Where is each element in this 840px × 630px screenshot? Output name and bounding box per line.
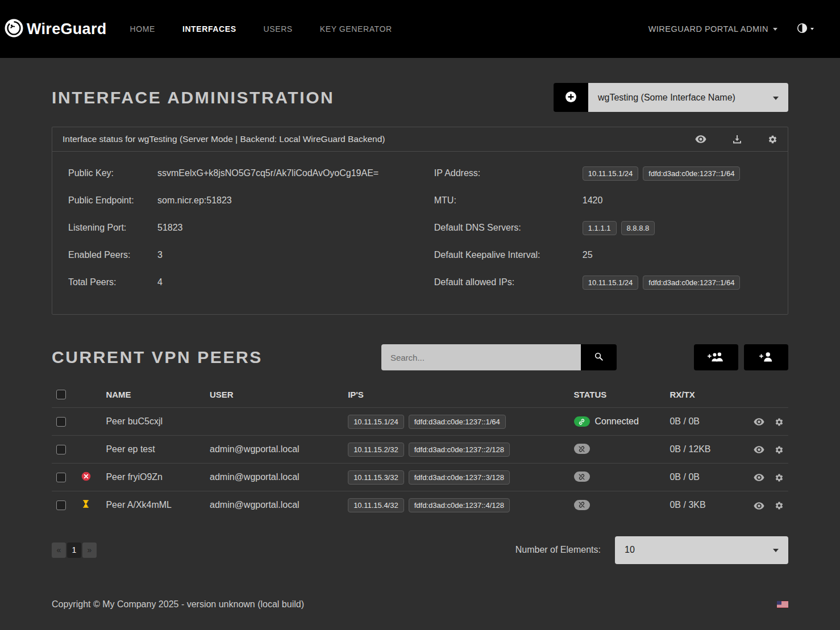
peer-rxtx: 0B / 0B bbox=[665, 408, 741, 436]
eye-icon[interactable] bbox=[754, 474, 764, 481]
peer-user bbox=[205, 408, 343, 436]
eye-icon[interactable] bbox=[754, 446, 764, 453]
gear-icon[interactable] bbox=[775, 418, 784, 427]
gear-icon[interactable] bbox=[775, 445, 784, 454]
table-footer: « 1 » Number of Elements: 10 bbox=[52, 536, 788, 564]
status-label: Connected bbox=[595, 416, 639, 427]
pagination-current-page[interactable]: 1 bbox=[67, 543, 81, 558]
peer-rxtx: 0B / 0B bbox=[665, 464, 741, 491]
pagination: « 1 » bbox=[52, 543, 97, 558]
user-menu-label: WIREGUARD PORTAL ADMIN bbox=[648, 24, 768, 34]
gear-icon[interactable] bbox=[775, 501, 784, 510]
ip-badge: fdfd:d3ad:c0de:1237::2/128 bbox=[409, 443, 510, 457]
ip-badge: fdfd:d3ad:c0de:1237::1/64 bbox=[643, 276, 740, 290]
gear-icon[interactable] bbox=[775, 473, 784, 482]
table-row: Peer A/Xk4mML admin@wgportal.local 10.11… bbox=[52, 491, 788, 519]
ip-badge: fdfd:d3ad:c0de:1237::4/128 bbox=[409, 498, 510, 512]
interface-select[interactable]: wgTesting (Some Interface Name) bbox=[588, 83, 788, 112]
nav-item-users[interactable]: USERS bbox=[264, 24, 293, 34]
peer-name: Peer buC5cxjl bbox=[101, 408, 205, 436]
pagination-next[interactable]: » bbox=[82, 543, 97, 558]
user-menu[interactable]: WIREGUARD PORTAL ADMIN bbox=[648, 24, 777, 34]
field-label: Total Peers: bbox=[68, 277, 157, 287]
peer-name: Peer ep test bbox=[101, 436, 205, 464]
add-multiple-peers-button[interactable] bbox=[694, 344, 738, 370]
theme-toggle[interactable] bbox=[797, 23, 814, 36]
field-label: Default DNS Servers: bbox=[434, 223, 583, 233]
disconnected-link-slash-icon bbox=[574, 444, 590, 454]
ip-badge: fdfd:d3ad:c0de:1237::3/128 bbox=[409, 470, 510, 485]
main-content: INTERFACE ADMINISTRATION wgTesting (Some… bbox=[0, 83, 840, 619]
total-peers-value: 4 bbox=[157, 277, 163, 287]
ip-badge: 10.11.15.1/24 bbox=[583, 166, 639, 181]
copyright-text: Copyright © My Company 2025 - version un… bbox=[52, 599, 304, 610]
table-row: Peer buC5cxjl 10.11.15.1/24 fdfd:d3ad:c0… bbox=[52, 408, 788, 436]
row-checkbox[interactable] bbox=[56, 417, 66, 427]
nav-links: HOME INTERFACES USERS KEY GENERATOR bbox=[130, 24, 392, 34]
us-flag-icon[interactable] bbox=[777, 601, 788, 608]
interface-card-header: Interface status for wgTesting (Server M… bbox=[52, 127, 788, 152]
pagination-prev[interactable]: « bbox=[52, 543, 66, 558]
row-checkbox[interactable] bbox=[56, 473, 66, 482]
table-row: Peer ep test admin@wgportal.local 10.11.… bbox=[52, 436, 788, 464]
interface-details-right: IP Address: 10.11.15.1/24 fdfd:d3ad:c0de… bbox=[434, 160, 772, 296]
peer-user: admin@wgportal.local bbox=[205, 491, 343, 519]
peers-header: CURRENT VPN PEERS bbox=[52, 344, 788, 370]
search-button[interactable] bbox=[581, 344, 617, 370]
wireguard-logo-icon bbox=[5, 19, 23, 40]
dns-badges: 1.1.1.1 8.8.8.8 bbox=[583, 221, 655, 235]
page-title: INTERFACE ADMINISTRATION bbox=[52, 88, 334, 107]
plus-circle-icon bbox=[565, 91, 577, 105]
eye-icon[interactable] bbox=[754, 418, 764, 425]
theme-contrast-icon bbox=[797, 23, 808, 36]
add-user-icon bbox=[759, 352, 773, 364]
interface-card-title: Interface status for wgTesting (Server M… bbox=[63, 134, 385, 144]
download-icon[interactable] bbox=[733, 135, 742, 144]
column-header-name: NAME bbox=[101, 384, 205, 408]
peer-rxtx: 0B / 3KB bbox=[665, 491, 741, 519]
chevron-down-icon bbox=[810, 28, 814, 30]
page-size-select[interactable]: 10 bbox=[615, 536, 788, 564]
nav-item-home[interactable]: HOME bbox=[130, 24, 155, 34]
peer-ip-badges: 10.11.15.3/32 fdfd:d3ad:c0de:1237::3/128 bbox=[348, 470, 510, 485]
page-size-group: Number of Elements: 10 bbox=[515, 536, 788, 564]
interface-card-tools bbox=[695, 135, 777, 144]
public-endpoint-value: som.nicr.ep:51823 bbox=[157, 195, 232, 206]
peer-expiring-hourglass-icon bbox=[81, 501, 90, 511]
ip-badge: 10.11.15.3/32 bbox=[348, 470, 404, 485]
peer-name: Peer fryiO9Zn bbox=[101, 464, 205, 491]
eye-icon[interactable] bbox=[754, 502, 764, 510]
page-size-label: Number of Elements: bbox=[515, 545, 601, 555]
peer-rxtx: 0B / 12KB bbox=[665, 436, 741, 464]
interface-select-value: wgTesting (Some Interface Name) bbox=[598, 93, 735, 103]
row-checkbox[interactable] bbox=[56, 445, 66, 454]
column-header-ips: IP'S bbox=[343, 384, 569, 408]
gear-icon[interactable] bbox=[768, 135, 777, 144]
search-input[interactable] bbox=[381, 344, 581, 370]
connected-link-icon bbox=[574, 416, 590, 427]
field-label: Public Key: bbox=[68, 168, 157, 178]
nav-item-key-generator[interactable]: KEY GENERATOR bbox=[320, 24, 392, 34]
field-label: Enabled Peers: bbox=[68, 250, 157, 260]
ip-badge: 10.11.15.1/24 bbox=[348, 415, 404, 429]
navbar: WireGuard HOME INTERFACES USERS KEY GENE… bbox=[0, 0, 840, 58]
add-users-icon bbox=[708, 352, 725, 364]
add-peer-button[interactable] bbox=[744, 344, 788, 370]
peers-table: NAME USER IP'S STATUS RX/TX Peer buC5cxj… bbox=[52, 384, 788, 519]
row-checkbox[interactable] bbox=[56, 500, 66, 510]
interface-select-group: wgTesting (Some Interface Name) bbox=[554, 83, 788, 112]
field-label: Listening Port: bbox=[68, 223, 157, 233]
eye-icon[interactable] bbox=[695, 135, 706, 143]
interface-details-left: Public Key:ssvmEelxG+k8jsNO5G7cq5r/Ak7li… bbox=[68, 160, 434, 296]
add-interface-button[interactable] bbox=[554, 83, 588, 112]
column-header-rxtx: RX/TX bbox=[665, 384, 741, 408]
search-icon bbox=[594, 352, 604, 363]
peer-ip-badges: 10.11.15.4/32 fdfd:d3ad:c0de:1237::4/128 bbox=[348, 498, 510, 512]
interface-status-card: Interface status for wgTesting (Server M… bbox=[52, 127, 788, 315]
peer-ip-badges: 10.11.15.1/24 fdfd:d3ad:c0de:1237::1/64 bbox=[348, 415, 506, 429]
ip-badge: fdfd:d3ad:c0de:1237::1/64 bbox=[409, 415, 506, 429]
brand[interactable]: WireGuard bbox=[5, 19, 106, 40]
select-all-checkbox[interactable] bbox=[56, 390, 66, 399]
search-group bbox=[381, 344, 617, 370]
nav-item-interfaces[interactable]: INTERFACES bbox=[182, 24, 236, 34]
